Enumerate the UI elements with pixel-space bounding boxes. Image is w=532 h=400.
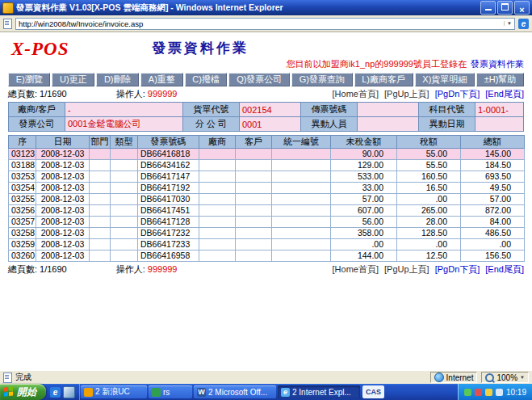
cell-untaxed: 57.00 [331, 194, 397, 205]
sina-uc-icon [84, 388, 93, 397]
cell-untaxed: 607.00 [331, 205, 397, 217]
start-label: 開始 [17, 385, 36, 399]
nav-pgup-bottom[interactable]: [PgUp上頁] [384, 263, 429, 276]
total-pages-value: 1/1690 [40, 264, 67, 274]
total-pages-label: 總頁數: [8, 263, 37, 276]
task-button-office[interactable]: 2 Microsoft Off... [194, 385, 276, 398]
cell-dept [90, 160, 111, 171]
account-code-field[interactable]: 1-0001- [475, 103, 524, 117]
quick-launch-ie-icon[interactable] [50, 387, 61, 398]
invoice-row[interactable]: 03258 2008-12-03 DB66417232 358.00 128.5… [9, 228, 525, 239]
nav-end-top[interactable]: [End尾頁] [485, 88, 524, 100]
total-pages-label: 總頁數: [8, 88, 37, 100]
invoice-row[interactable]: 03254 2008-12-03 DB66417192 33.00 16.50 … [9, 183, 525, 194]
zoom-dropdown-icon[interactable] [520, 375, 525, 380]
cell-untaxed: 144.00 [331, 251, 397, 262]
cell-dept [90, 194, 111, 205]
task-button-rs[interactable]: rs [149, 385, 192, 398]
invoice-row[interactable]: 03257 2008-12-03 DB66417128 56.00 28.00 … [9, 217, 525, 228]
cell-seq: 03255 [9, 194, 36, 205]
cell-tax: .00 [397, 239, 461, 251]
cell-total: 184.50 [461, 160, 525, 171]
start-button[interactable]: 開始 [0, 384, 46, 400]
cell-vendor [199, 239, 236, 251]
invoice-row[interactable]: 03255 2008-12-03 DB66417030 57.00 .00 57… [9, 194, 525, 205]
operator-label: 操作人: [116, 88, 145, 100]
zoom-control[interactable]: 100% [481, 372, 529, 383]
invoice-row[interactable]: 03260 2008-12-03 DB66416958 144.00 12.50… [9, 251, 525, 262]
address-input[interactable]: http://win2008/tw/Invoice/invoice.asp [15, 18, 515, 30]
order-code-field[interactable]: 002154 [240, 103, 301, 117]
tray-icon[interactable] [485, 389, 492, 396]
toolbar-button-rebuild[interactable]: A)重整 [140, 73, 182, 86]
cell-type [111, 183, 138, 194]
invoice-company-field[interactable]: 0001金鬆電腦公司 [65, 117, 183, 132]
task-button-sina-uc[interactable]: 2 新浪UC [81, 385, 147, 398]
cell-date: 2008-12-03 [36, 183, 90, 194]
nav-home-bottom[interactable]: [Home首頁] [333, 263, 379, 276]
invoice-row[interactable]: 03123 2008-12-03 DB66416818 90.00 55.00 … [9, 149, 525, 160]
toolbar-button-invoice-company[interactable]: Q)發票公司 [228, 73, 290, 86]
minimize-button[interactable] [480, 1, 496, 15]
invoice-row[interactable]: 03188 2008-12-03 DB66434162 129.00 55.50… [9, 160, 525, 171]
tray-icon[interactable] [475, 389, 482, 396]
show-desktop-icon[interactable] [63, 386, 75, 398]
cell-uniform-no [272, 239, 331, 251]
pager-top: 總頁數: 1/1690 操作人: 999999 [Home首頁] [PgUp上頁… [8, 86, 524, 101]
close-button[interactable] [514, 1, 530, 15]
toolbar-button-help[interactable]: ±H)幫助 [476, 73, 524, 86]
operator-value: 999999 [148, 89, 178, 99]
invoice-row[interactable]: 03256 2008-12-03 DB66417451 607.00 265.0… [9, 205, 525, 217]
maximize-button[interactable] [497, 1, 513, 15]
toolbar-button-invoice-query[interactable]: G)發票查詢 [291, 73, 353, 86]
nav-pgup-top[interactable]: [PgUp上頁] [384, 88, 429, 100]
nav-pgdn-bottom[interactable]: [PgDn下頁] [435, 263, 480, 276]
modified-by-field[interactable] [358, 117, 419, 132]
cell-vendor [199, 205, 236, 217]
toolbar-button-delete[interactable]: D)刪除 [96, 73, 139, 86]
th-untaxed: 未稅金額 [331, 136, 397, 149]
th-date: 日期 [36, 136, 90, 149]
cell-uniform-no [272, 205, 331, 217]
nav-end-bottom[interactable]: [End尾頁] [485, 263, 524, 276]
cell-vendor [199, 183, 236, 194]
login-mid: 的 [375, 59, 383, 69]
toolbar-button-vendor-customer[interactable]: L)廠商客戶 [354, 73, 413, 86]
cell-untaxed: .00 [331, 239, 397, 251]
current-module-link[interactable]: 發票資料作業 [471, 59, 524, 69]
cell-uniform-no [272, 251, 331, 262]
toolbar-button-browse[interactable]: E)瀏覽 [8, 73, 50, 86]
toolbar-button-transfer[interactable]: C)撥檔 [185, 73, 228, 86]
invoice-row[interactable]: 03259 2008-12-03 DB66417233 .00 .00 .00 [9, 239, 525, 251]
modified-date-field[interactable] [475, 117, 524, 132]
language-indicator[interactable]: CAS [362, 385, 384, 398]
vendor-customer-field[interactable]: - [65, 103, 183, 117]
toolbar: E)瀏覽 U)更正 D)刪除 A)重整 C)撥檔 Q)發票公司 G)發票查詢 L… [8, 73, 524, 86]
cell-seq: 03257 [9, 217, 36, 228]
cell-type [111, 228, 138, 239]
nav-pgdn-top[interactable]: [PgDn下頁] [435, 88, 480, 100]
cell-tax: 265.00 [397, 205, 461, 217]
th-customer: 客戶 [236, 136, 272, 149]
voucher-no-field[interactable] [358, 103, 419, 117]
cell-tax: 160.50 [397, 171, 461, 183]
ie-window: 發票資料作業 V1.03[X-POS 雲端商務網] - Windows Inte… [0, 0, 532, 400]
cell-invoice-no: DB66416958 [138, 251, 199, 262]
tray-icon[interactable] [464, 389, 471, 396]
branch-field[interactable]: 0001 [240, 117, 301, 132]
task-button-ie[interactable]: 2 Internet Expl... [278, 385, 360, 398]
toolbar-button-update[interactable]: U)更正 [52, 73, 94, 86]
cell-seq: 03260 [9, 251, 36, 262]
header-form: 廠商/客戶 - 貨單代號 002154 傳票號碼 科目代號 1-0001- 發票… [8, 102, 524, 132]
invoice-row[interactable]: 03253 2008-12-03 DB66417147 533.00 160.5… [9, 171, 525, 183]
invoice-company-label: 發票公司 [9, 117, 65, 132]
cell-customer [236, 194, 272, 205]
tray-icon[interactable] [496, 389, 503, 396]
cell-invoice-no: DB66417232 [138, 228, 199, 239]
address-dropdown-icon[interactable] [504, 21, 512, 26]
th-total: 總額 [461, 136, 525, 149]
toolbar-button-order-detail[interactable]: X)貨單明細 [415, 73, 475, 86]
cell-vendor [199, 251, 236, 262]
login-info: 您目前以加盟商ik1_np的999999號員工登錄在發票資料作業 [287, 58, 524, 70]
nav-home-top[interactable]: [Home首頁] [333, 88, 379, 100]
